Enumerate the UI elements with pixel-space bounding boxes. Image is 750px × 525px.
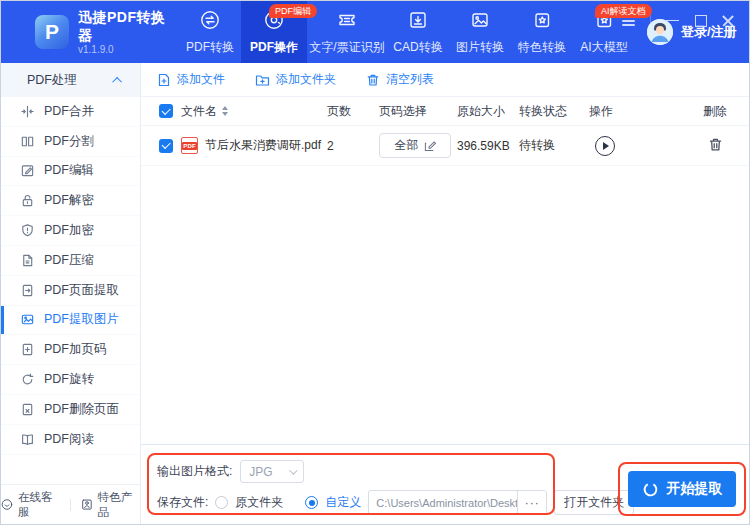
select-all-checkbox[interactable] <box>159 104 173 118</box>
output-format-label: 输出图片格式: <box>157 463 232 480</box>
nav-item-label: 文字/票证识别 <box>309 39 384 56</box>
minimize-icon[interactable] <box>666 15 679 26</box>
sidebar-section-title: PDF处理 <box>27 72 77 89</box>
cad-icon <box>407 9 429 34</box>
custom-folder-radio[interactable] <box>305 496 318 509</box>
delete-row-button[interactable] <box>708 137 723 152</box>
add-folder-button[interactable]: 添加文件夹 <box>255 71 336 88</box>
nav-ai-model[interactable]: AI解读文档 AI大模型 <box>573 1 635 63</box>
book-icon <box>20 432 35 447</box>
ticket-icon <box>336 9 358 34</box>
image-extract-icon <box>20 312 35 327</box>
sidebar-item-encrypt[interactable]: PDF加密 <box>1 216 140 246</box>
save-file-label: 保存文件: <box>157 494 208 511</box>
file-name: 节后水果消费调研.pdf <box>205 137 321 154</box>
nav-ocr[interactable]: 文字/票证识别 <box>307 1 387 63</box>
browse-folder-button[interactable]: ··· <box>517 491 546 514</box>
page-select-button[interactable]: 全部 <box>379 133 451 158</box>
output-path-group: C:\Users\Administrator\Desktop ··· <box>368 490 547 515</box>
trash-icon <box>708 137 723 152</box>
sidebar-item-extract-images[interactable]: PDF提取图片 <box>1 306 140 336</box>
ai-doc-badge[interactable]: AI解读文档 <box>595 4 652 18</box>
add-folder-icon <box>255 73 270 87</box>
format-value: JPG <box>249 465 272 479</box>
save-location-row: 保存文件: 原文件夹 自定义 C:\Users\Administrator\De… <box>157 490 634 515</box>
start-convert-play-button[interactable] <box>595 136 615 156</box>
sidebar-item-rotate[interactable]: PDF旋转 <box>1 365 140 395</box>
nav-pdf-operate[interactable]: PDF编辑 PDF操作 <box>241 1 307 63</box>
close-icon[interactable] <box>722 15 735 26</box>
output-format-row: 输出图片格式: JPG <box>157 460 304 483</box>
product-badge-icon <box>81 498 93 511</box>
nav-image-convert[interactable]: 图片转换 <box>449 1 511 63</box>
nav-special-convert[interactable]: 特色转换 <box>511 1 573 63</box>
sidebar-item-label: PDF压缩 <box>44 252 94 269</box>
online-support-link[interactable]: 在线客服 <box>1 490 60 520</box>
col-header-pages: 页数 <box>327 103 379 120</box>
add-file-button[interactable]: 添加文件 <box>157 71 225 88</box>
bottom-settings-panel: 输出图片格式: JPG 保存文件: 原文件夹 自定义 C:\Users\Admi… <box>141 444 749 524</box>
format-dropdown[interactable]: JPG <box>240 460 304 483</box>
add-folder-label: 添加文件夹 <box>276 71 336 88</box>
start-extract-button[interactable]: 开始提取 <box>628 471 736 507</box>
app-title-block: 迅捷PDF转换器 v1.1.9.0 <box>78 9 179 55</box>
delete-page-icon <box>20 402 35 417</box>
featured-products-link[interactable]: 特色产品 <box>81 490 140 520</box>
sidebar-item-label: PDF页面提取 <box>44 282 119 299</box>
compress-icon <box>20 253 35 268</box>
sidebar-item-label: PDF分割 <box>44 133 94 150</box>
col-header-status: 转换状态 <box>519 103 589 120</box>
app-version: v1.1.9.0 <box>78 44 179 55</box>
nav-item-label: PDF操作 <box>250 39 298 56</box>
sidebar-item-label: PDF编辑 <box>44 162 94 179</box>
clear-list-label: 清空列表 <box>386 71 434 88</box>
sidebar-item-compress[interactable]: PDF压缩 <box>1 246 140 276</box>
sort-icon[interactable] <box>222 106 228 116</box>
start-extract-label: 开始提取 <box>667 480 723 498</box>
nav-item-label: 图片转换 <box>456 39 504 56</box>
nav-pdf-convert[interactable]: PDF转换 <box>179 1 241 63</box>
merge-icon <box>20 104 35 119</box>
sidebar-item-decrypt[interactable]: PDF解密 <box>1 186 140 216</box>
original-folder-radio[interactable] <box>215 496 228 509</box>
sidebar-item-label: PDF删除页面 <box>44 401 119 418</box>
pdf-edit-badge[interactable]: PDF编辑 <box>269 4 317 18</box>
app-logo-icon: P <box>35 15 69 49</box>
nav-cad-convert[interactable]: CAD转换 <box>387 1 449 63</box>
user-area[interactable]: 登录/注册 <box>647 1 737 63</box>
chevron-down-icon <box>290 466 298 474</box>
featured-products-label: 特色产品 <box>98 490 140 520</box>
sidebar-item-delete-pages[interactable]: PDF删除页面 <box>1 395 140 425</box>
sidebar-item-edit[interactable]: PDF编辑 <box>1 157 140 187</box>
output-path-input[interactable]: C:\Users\Administrator\Desktop <box>369 497 517 509</box>
convert-icon <box>199 9 221 34</box>
original-folder-label[interactable]: 原文件夹 <box>235 494 283 511</box>
table-header: 文件名 页数 页码选择 原始大小 转换状态 操作 删除 <box>141 97 749 126</box>
sidebar-item-page-extract[interactable]: PDF页面提取 <box>1 276 140 306</box>
sidebar-item-merge[interactable]: PDF合并 <box>1 97 140 127</box>
sidebar-item-label: PDF阅读 <box>44 431 94 448</box>
sidebar-section-header[interactable]: PDF处理 <box>1 63 140 97</box>
app-window: P 迅捷PDF转换器 v1.1.9.0 PDF转换 PDF编辑 PDF操作 文字… <box>0 0 750 525</box>
star-refresh-icon <box>531 9 553 34</box>
open-folder-button[interactable]: 打开文件夹 <box>554 490 634 515</box>
sidebar-item-split[interactable]: PDF分割 <box>1 127 140 157</box>
page-extract-icon <box>20 283 35 298</box>
row-checkbox[interactable] <box>159 139 173 153</box>
edit-icon <box>20 163 35 178</box>
nav-item-label: PDF转换 <box>186 39 234 56</box>
top-nav: PDF转换 PDF编辑 PDF操作 文字/票证识别 CAD转换 图片转换 <box>179 1 635 63</box>
sidebar-item-read[interactable]: PDF阅读 <box>1 425 140 455</box>
nav-item-label: CAD转换 <box>393 39 442 56</box>
sidebar-item-page-number[interactable]: PDF加页码 <box>1 335 140 365</box>
header: P 迅捷PDF转换器 v1.1.9.0 PDF转换 PDF编辑 PDF操作 文字… <box>1 1 749 63</box>
page-select-value: 全部 <box>395 137 419 154</box>
page-number-icon <box>20 342 35 357</box>
sidebar-item-label: PDF旋转 <box>44 371 94 388</box>
clear-list-button[interactable]: 清空列表 <box>366 71 434 88</box>
custom-folder-label[interactable]: 自定义 <box>325 494 361 511</box>
add-file-label: 添加文件 <box>177 71 225 88</box>
sidebar-item-label: PDF加页码 <box>44 341 107 358</box>
maximize-icon[interactable] <box>694 15 707 26</box>
sidebar-item-label: PDF提取图片 <box>44 311 119 328</box>
